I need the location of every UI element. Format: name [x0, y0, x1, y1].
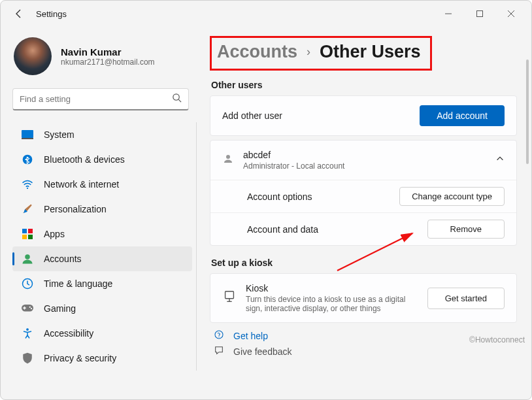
- kiosk-icon: [222, 290, 237, 307]
- kiosk-desc: Turn this device into a kiosk to use as …: [246, 295, 418, 313]
- sidebar: Navin Kumar nkumar2171@hotmail.com Syste…: [1, 27, 198, 399]
- account-data-row: Account and data Remove: [210, 212, 516, 245]
- give-feedback-link[interactable]: Give feedback: [233, 346, 292, 357]
- svg-rect-1: [477, 11, 483, 17]
- profile-email: nkumar2171@hotmail.com: [61, 58, 155, 67]
- svg-point-6: [23, 155, 33, 165]
- section-kiosk-title: Set up a kiosk: [211, 258, 517, 268]
- get-started-button[interactable]: Get started: [427, 288, 505, 309]
- sidebar-item-bluetooth[interactable]: Bluetooth & devices: [12, 147, 192, 172]
- chevron-up-icon: [495, 154, 505, 166]
- sidebar-item-brush[interactable]: Personalization: [12, 197, 192, 222]
- help-icon: [214, 329, 224, 342]
- brush-icon: [22, 203, 33, 215]
- user-name: abcdef: [243, 150, 486, 160]
- avatar: [14, 37, 52, 75]
- scrollbar[interactable]: [526, 59, 529, 164]
- account-data-label: Account and data: [247, 224, 427, 235]
- apps-icon: [22, 228, 33, 240]
- svg-rect-9: [28, 229, 33, 233]
- gaming-icon: [22, 303, 33, 314]
- svg-point-18: [226, 155, 230, 159]
- sidebar-item-label: Network & internet: [44, 179, 119, 190]
- account-options-row: Account options Change account type: [210, 180, 516, 212]
- svg-rect-5: [22, 138, 33, 139]
- kiosk-card: Kiosk Turn this device into a kiosk to u…: [210, 273, 517, 323]
- back-button[interactable]: [10, 5, 28, 23]
- sidebar-item-wifi[interactable]: Network & internet: [12, 172, 192, 197]
- time-icon: [22, 278, 33, 290]
- maximize-button[interactable]: [465, 3, 495, 24]
- feedback-icon: [214, 345, 224, 358]
- svg-rect-19: [225, 292, 234, 299]
- search-input[interactable]: [20, 94, 172, 104]
- breadcrumb-parent[interactable]: Accounts: [217, 42, 297, 62]
- chevron-right-icon: ›: [307, 45, 310, 59]
- nav-list: SystemBluetooth & devicesNetwork & inter…: [12, 122, 197, 371]
- search-box[interactable]: [12, 88, 189, 110]
- kiosk-heading: Kiosk: [246, 283, 418, 293]
- sidebar-item-privacy[interactable]: Privacy & security: [12, 346, 192, 371]
- svg-point-15: [29, 307, 31, 308]
- window-title: Settings: [36, 9, 67, 19]
- person-icon: [222, 153, 234, 167]
- section-other-users-title: Other users: [211, 80, 517, 90]
- add-account-button[interactable]: Add account: [420, 105, 505, 126]
- sidebar-item-label: Personalization: [44, 204, 107, 214]
- remove-button[interactable]: Remove: [427, 220, 505, 239]
- titlebar: Settings: [1, 1, 531, 27]
- sidebar-item-accounts[interactable]: Accounts: [12, 246, 192, 271]
- svg-point-2: [173, 94, 179, 100]
- account-options-label: Account options: [247, 192, 399, 202]
- watermark: ©Howtoconnect: [469, 335, 525, 344]
- breadcrumb-current: Other Users: [320, 42, 421, 62]
- svg-line-3: [178, 99, 181, 102]
- svg-point-7: [27, 188, 28, 189]
- change-account-type-button[interactable]: Change account type: [399, 187, 505, 206]
- svg-point-12: [25, 254, 30, 259]
- accessibility-icon: [22, 327, 33, 339]
- sidebar-item-accessibility[interactable]: Accessibility: [12, 321, 192, 346]
- sidebar-item-gaming[interactable]: Gaming: [12, 296, 192, 321]
- wifi-icon: [22, 178, 33, 190]
- svg-rect-4: [22, 130, 33, 138]
- sidebar-item-label: Apps: [44, 229, 65, 239]
- main-content: Accounts › Other Users Other users Add o…: [198, 27, 531, 399]
- bluetooth-icon: [22, 154, 33, 165]
- sidebar-item-system[interactable]: System: [12, 122, 192, 147]
- system-icon: [22, 129, 33, 141]
- sidebar-item-time[interactable]: Time & language: [12, 271, 192, 296]
- svg-point-17: [26, 328, 29, 331]
- breadcrumb: Accounts › Other Users: [217, 42, 421, 62]
- svg-point-22: [215, 331, 223, 339]
- svg-point-16: [31, 308, 32, 309]
- get-help-link[interactable]: Get help: [233, 331, 268, 341]
- breadcrumb-highlight: Accounts › Other Users: [210, 36, 432, 71]
- sidebar-item-label: Privacy & security: [44, 353, 116, 363]
- accounts-icon: [22, 253, 33, 265]
- svg-rect-8: [22, 229, 27, 233]
- sidebar-item-label: Accessibility: [44, 328, 93, 339]
- user-role: Administrator - Local account: [243, 161, 486, 171]
- user-card-header[interactable]: abcdef Administrator - Local account: [210, 141, 516, 180]
- add-user-card: Add other user Add account: [210, 95, 517, 136]
- give-feedback-row[interactable]: Give feedback: [210, 345, 517, 358]
- sidebar-item-label: System: [44, 129, 75, 140]
- minimize-button[interactable]: [433, 3, 463, 24]
- sidebar-item-label: Gaming: [44, 303, 76, 314]
- sidebar-item-label: Accounts: [44, 254, 82, 264]
- user-card: abcdef Administrator - Local account Acc…: [210, 140, 517, 246]
- search-icon: [172, 93, 182, 105]
- sidebar-item-apps[interactable]: Apps: [12, 222, 192, 246]
- sidebar-item-label: Bluetooth & devices: [44, 154, 125, 165]
- close-button[interactable]: [496, 3, 526, 24]
- sidebar-item-label: Time & language: [44, 278, 112, 289]
- svg-point-23: [218, 337, 219, 337]
- profile-block[interactable]: Navin Kumar nkumar2171@hotmail.com: [12, 35, 198, 84]
- add-other-user-label: Add other user: [222, 110, 410, 121]
- profile-name: Navin Kumar: [61, 46, 155, 58]
- privacy-icon: [22, 352, 33, 364]
- svg-rect-10: [22, 235, 27, 239]
- svg-rect-11: [28, 235, 33, 239]
